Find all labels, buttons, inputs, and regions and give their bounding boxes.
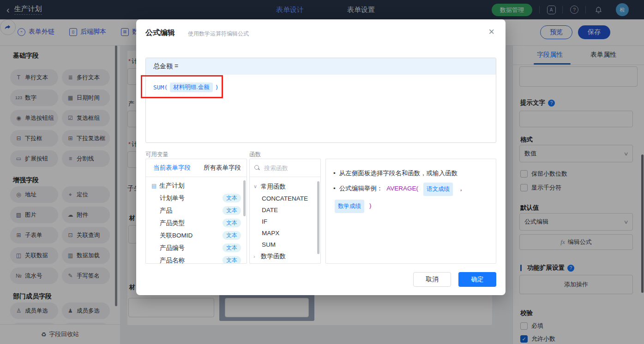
functions-label: 函数 — [249, 151, 261, 159]
tree-item[interactable]: 产品名称文本 — [146, 254, 247, 264]
type-badge: 文本 — [223, 243, 241, 252]
tip-line: • 从左侧面板选择字段名和函数，或输入函数 — [333, 167, 488, 179]
function-search — [250, 159, 320, 177]
formula-edit-dialog: 公式编辑 使用数学运算符编辑公式 × 总金额 = SUM( 材料明细.金额 ) … — [136, 19, 506, 295]
example-paren: ) — [369, 200, 372, 211]
tree-item[interactable]: 产品编号文本 — [146, 242, 247, 254]
type-badge: 文本 — [223, 206, 241, 215]
tip-example-line: • 公式编辑举例： AVERAGE( 语文成绩 ， 数学成绩 ) — [333, 183, 488, 213]
tab-current-form-fields[interactable]: 当前表单字段 — [153, 164, 191, 172]
function-group-common[interactable]: ∨ 常用函数 — [250, 180, 320, 193]
tab-all-form-fields[interactable]: 所有表单字段 — [204, 164, 241, 172]
variables-tabs: 当前表单字段 所有表单字段 — [146, 159, 247, 177]
document-icon: ▤ — [151, 183, 156, 189]
tree-item[interactable]: 计划单号文本 — [146, 192, 247, 204]
bullet-icon: • — [333, 167, 336, 179]
highlight-box — [141, 75, 223, 98]
type-badge: 文本 — [223, 194, 241, 202]
example-token: 语文成绩 — [423, 183, 453, 196]
dialog-title: 公式编辑 — [145, 28, 175, 38]
function-item[interactable]: DATE — [250, 204, 320, 216]
dialog-subtitle: 使用数学运算符编辑公式 — [188, 30, 249, 38]
variables-scrollbar[interactable] — [243, 180, 246, 216]
function-item[interactable]: IF — [250, 215, 320, 228]
functions-panel: ∨ 常用函数 CONCATENATE DATE IF MAPX SUM › 数学… — [249, 159, 321, 264]
tree-root[interactable]: ▤ 生产计划 — [146, 179, 247, 192]
cancel-button[interactable]: 取消 — [413, 272, 451, 287]
function-search-input[interactable] — [263, 164, 311, 172]
function-item[interactable]: CONCATENATE — [250, 192, 320, 205]
caret-right-icon: › — [253, 264, 258, 264]
app: ‹ 生产计划 表单设计 表单设置 数据管理 A ? 检 ⌁ 表单外链 {} 后端… — [0, 0, 644, 344]
confirm-button[interactable]: 确定 — [458, 272, 496, 287]
type-badge: 文本 — [223, 256, 241, 264]
function-group-text[interactable]: › 文本函数 — [250, 260, 320, 264]
tree-item[interactable]: 产品类型文本 — [146, 217, 247, 229]
bullet-icon: • — [333, 183, 336, 194]
tree-item[interactable]: 产品文本 — [146, 204, 247, 217]
example-token: 数学成绩 — [335, 200, 364, 213]
variables-label: 可用变量 — [145, 151, 169, 159]
close-icon[interactable]: × — [488, 26, 494, 38]
search-icon — [254, 165, 260, 171]
type-badge: 文本 — [223, 231, 241, 240]
caret-right-icon: › — [253, 254, 258, 259]
tree-item[interactable]: 关联BOMID文本 — [146, 229, 247, 242]
caret-down-icon: ∨ — [253, 184, 258, 190]
tips-panel: • 从左侧面板选择字段名和函数，或输入函数 • 公式编辑举例： AVERAGE(… — [325, 159, 496, 264]
functions-scrollbar[interactable] — [317, 181, 319, 254]
formula-target-row: 总金额 = — [146, 58, 496, 75]
example-function: AVERAGE( — [386, 183, 418, 194]
formula-editor[interactable]: 总金额 = SUM( 材料明细.金额 ) — [145, 58, 496, 143]
function-item[interactable]: MAPX — [250, 227, 320, 239]
type-badge: 文本 — [223, 219, 241, 227]
function-item[interactable]: SUM — [250, 238, 320, 251]
variables-panel: 当前表单字段 所有表单字段 ▤ 生产计划 计划单号文本 产品文本 产品类型文本 … — [145, 159, 247, 264]
